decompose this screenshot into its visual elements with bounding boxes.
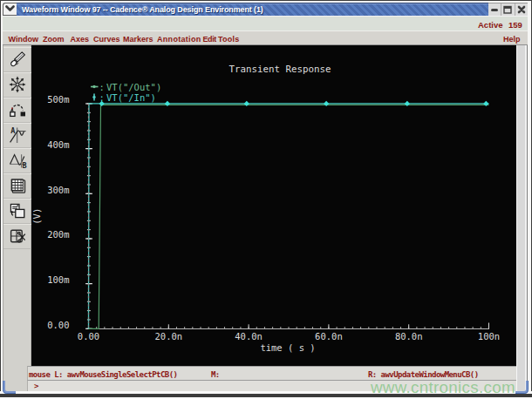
menu-zoom[interactable]: Zoom xyxy=(43,35,65,44)
svg-text:B: B xyxy=(23,161,27,170)
window-title: Waveform Window 97 -- Cadence® Analog De… xyxy=(22,5,263,14)
y-tick-label: 400m xyxy=(47,139,69,150)
marker-b-icon: B xyxy=(8,151,27,170)
active-row: Active 159 xyxy=(3,16,528,30)
x-axis-label: time ( s ) xyxy=(260,342,315,353)
plot-title: Transient Response xyxy=(228,64,331,75)
x-tick-label: 20.0n xyxy=(154,331,182,342)
trace-in-marker xyxy=(324,101,329,106)
menu-help[interactable]: Help xyxy=(503,35,521,44)
legend-label-in: VT("/In") xyxy=(106,92,156,103)
legend-colon-out: : xyxy=(99,82,105,92)
y-tick-label: 500m xyxy=(47,94,69,105)
chevron-down-icon xyxy=(5,5,15,13)
trace-in-marker xyxy=(405,101,410,106)
menubar: Help WindowZoomAxesCurvesMarkersAnnotati… xyxy=(3,30,528,45)
marker-a-icon: A xyxy=(8,125,27,145)
minimize-button[interactable] xyxy=(488,3,501,16)
x-tick-label: 80.0n xyxy=(395,331,423,342)
resize-corner-right[interactable] xyxy=(515,381,529,394)
legend-sample-in-dot xyxy=(92,96,95,98)
resize-corner-left[interactable] xyxy=(3,381,16,394)
calculator-icon xyxy=(8,176,27,195)
x-tick-label: 40.0n xyxy=(235,331,263,342)
pen-icon xyxy=(8,50,27,69)
y-tick-label: 100m xyxy=(47,274,69,285)
y-tick-label: 0.00 xyxy=(47,320,69,330)
menu-markers[interactable]: Markers xyxy=(123,35,153,44)
copy-subwindow-icon xyxy=(8,201,27,220)
window-menu-button[interactable] xyxy=(3,3,17,16)
waveform-plot: Transient Response::VT("/Out")VT("/In")0… xyxy=(31,45,516,366)
legend-colon-in: : xyxy=(99,92,105,103)
trace-in-marker xyxy=(244,101,249,106)
watermark: www.cntronics.com xyxy=(371,378,515,397)
menu-edit[interactable]: Edit xyxy=(203,35,216,44)
legend-label-out: VT("/Out") xyxy=(106,82,161,92)
subwindow-swap-icon xyxy=(8,100,27,119)
maximize-icon xyxy=(503,5,512,14)
x-tick-label: 0.00 xyxy=(78,331,99,342)
titlebar-buttons xyxy=(488,3,528,16)
maximize-button[interactable] xyxy=(501,3,514,16)
status-mouse-middle: M: xyxy=(211,370,220,379)
minimize-icon xyxy=(490,5,499,14)
y-axis-label: (V) xyxy=(31,208,42,225)
marker-a-button[interactable]: A xyxy=(3,123,31,148)
x-tick-label: 60.0n xyxy=(315,331,343,342)
status-mouse-left: mouse L: awvMouseSingleSelectPtCB() xyxy=(29,370,177,379)
active-count: 159 xyxy=(508,20,522,30)
active-label: Active xyxy=(478,20,503,30)
svg-text:A: A xyxy=(10,126,15,135)
x-tick-label: 100n xyxy=(478,331,500,342)
y-tick-label: 300m xyxy=(47,185,69,195)
titlebar: Waveform Window 97 -- Cadence® Analog De… xyxy=(3,3,528,16)
zoom-fit-button[interactable] xyxy=(3,72,31,98)
legend-sample-out-dot xyxy=(92,85,95,88)
trace-in[interactable] xyxy=(89,104,489,328)
toolbar: A B xyxy=(3,45,31,391)
zoom-fit-icon xyxy=(8,75,27,94)
menu-curves[interactable]: Curves xyxy=(93,35,120,44)
delete-subwindow-icon xyxy=(8,227,27,246)
close-icon xyxy=(517,5,526,14)
plot-area[interactable]: Transient Response::VT("/Out")VT("/In")0… xyxy=(31,45,516,366)
menu-window[interactable]: Window xyxy=(9,35,38,44)
right-window-border xyxy=(516,45,528,391)
command-prompt: > xyxy=(34,382,38,390)
pen-button[interactable] xyxy=(3,47,31,72)
close-button[interactable] xyxy=(515,3,528,16)
marker-b-button[interactable]: B xyxy=(3,148,31,173)
trace-in-marker xyxy=(483,101,488,106)
menu-annotation[interactable]: Annotation xyxy=(157,35,201,44)
delete-subwindow-button[interactable] xyxy=(3,224,31,249)
trace-out[interactable] xyxy=(89,105,489,328)
titlebar-stripes[interactable]: Waveform Window 97 -- Cadence® Analog De… xyxy=(17,3,488,16)
subwindow-swap-button[interactable] xyxy=(3,98,31,123)
y-tick-label: 200m xyxy=(47,229,69,240)
menu-tools[interactable]: Tools xyxy=(218,35,239,44)
menu-axes[interactable]: Axes xyxy=(71,35,90,44)
calculator-button[interactable] xyxy=(3,173,31,199)
copy-subwindow-button[interactable] xyxy=(3,199,31,224)
trace-in-marker xyxy=(165,101,170,106)
